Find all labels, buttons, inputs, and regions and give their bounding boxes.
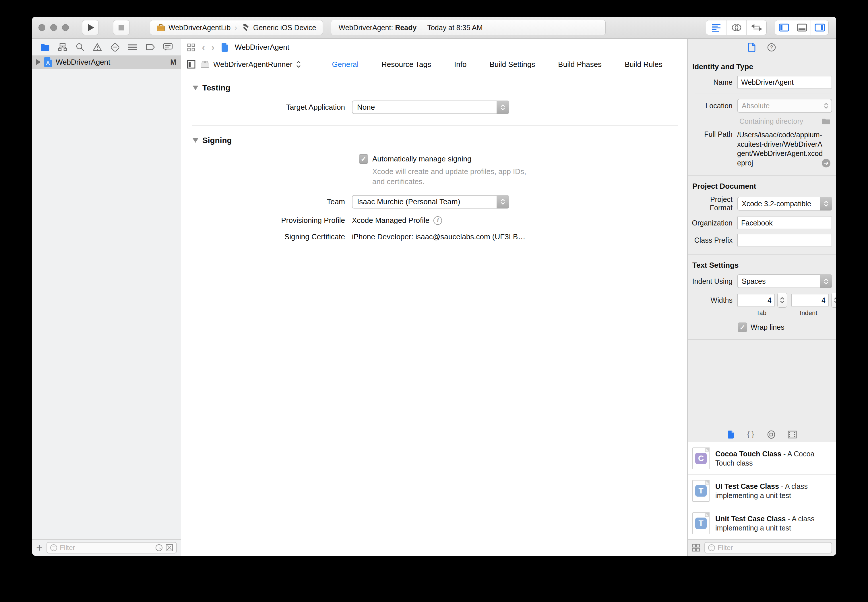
- related-items-icon[interactable]: [187, 43, 196, 52]
- project-format-popup[interactable]: Xcode 3.2-compatible: [737, 197, 832, 210]
- object-library-icon[interactable]: [767, 430, 776, 439]
- disclosure-triangle-icon[interactable]: [36, 59, 41, 65]
- popup-stepper-icon: [497, 101, 509, 114]
- tab-width-field[interactable]: [737, 294, 775, 306]
- svg-text:{ }: { }: [747, 430, 754, 439]
- project-format-label: Project Format: [688, 195, 737, 212]
- list-item[interactable]: T Unit Test Case Class - A class impleme…: [688, 507, 836, 539]
- file-template-library-icon[interactable]: [727, 430, 734, 439]
- editor-tab-bar: WebDriverAgentRunner General Resource Ta…: [181, 56, 687, 73]
- library-filter-input[interactable]: [718, 544, 829, 552]
- template-name: Cocoa Touch Class: [715, 450, 781, 458]
- testing-section-header[interactable]: Testing: [193, 83, 687, 92]
- standard-editor-button[interactable]: [706, 20, 726, 35]
- target-application-popup[interactable]: None: [352, 101, 509, 114]
- target-application-row: Target Application None: [181, 101, 687, 114]
- activity-status: WebDriverAgent: Ready Today at 8:35 AM: [331, 20, 606, 35]
- general-settings-content: Testing Target Application None: [181, 73, 687, 556]
- standard-editor-icon: [711, 23, 721, 32]
- target-application-value: None: [357, 103, 375, 112]
- navigator-filter-input[interactable]: [60, 544, 153, 552]
- provisioning-profile-value: Xcode Managed Profile: [352, 216, 429, 225]
- tab-general[interactable]: General: [332, 60, 359, 69]
- zoom-window-button[interactable]: [62, 24, 69, 31]
- tab-width-stepper[interactable]: [777, 293, 787, 308]
- grid-view-icon[interactable]: [692, 544, 700, 552]
- info-icon[interactable]: i: [433, 216, 442, 225]
- run-button[interactable]: [82, 20, 99, 35]
- tab-build-settings[interactable]: Build Settings: [489, 60, 535, 69]
- source-control-filter-icon[interactable]: [165, 544, 173, 552]
- stop-button[interactable]: [113, 20, 130, 35]
- toggle-inspector-button[interactable]: [811, 20, 828, 35]
- signing-section-header[interactable]: Signing: [193, 136, 687, 145]
- auto-manage-signing-label: Automatically manage signing: [372, 155, 472, 163]
- issue-navigator-icon[interactable]: [92, 43, 102, 51]
- toggle-debug-area-button[interactable]: [793, 20, 811, 35]
- project-row[interactable]: A WebDriverAgent M: [32, 55, 181, 69]
- indent-width-input[interactable]: [791, 296, 825, 304]
- code-snippet-library-icon[interactable]: { }: [746, 430, 755, 439]
- media-library-icon[interactable]: [788, 430, 797, 439]
- name-field[interactable]: [737, 76, 832, 89]
- hide-target-sidebar-icon[interactable]: [187, 60, 196, 69]
- class-prefix-input[interactable]: [741, 236, 828, 244]
- auto-manage-signing-description: Xcode will create and update profiles, a…: [372, 167, 533, 186]
- library-filter-field[interactable]: [704, 542, 832, 553]
- template-name: Unit Test Case Class: [715, 515, 785, 523]
- wrap-lines-checkbox[interactable]: ✓: [738, 322, 747, 332]
- tab-info[interactable]: Info: [454, 60, 467, 69]
- indent-width-field[interactable]: [791, 294, 829, 306]
- tab-resource-tags[interactable]: Resource Tags: [381, 60, 431, 69]
- auto-manage-signing-checkbox[interactable]: ✓: [359, 154, 368, 164]
- back-button[interactable]: ‹: [202, 41, 205, 53]
- list-item[interactable]: C Cocoa Touch Class - A Cocoa Touch clas…: [688, 442, 836, 475]
- version-editor-button[interactable]: [746, 20, 766, 35]
- file-inspector-tab-icon[interactable]: [748, 43, 755, 52]
- close-window-button[interactable]: [38, 24, 45, 31]
- tab-build-rules[interactable]: Build Rules: [625, 60, 663, 69]
- tab-width-input[interactable]: [738, 296, 772, 304]
- indent-using-row: Indent Using Spaces: [688, 274, 832, 288]
- auto-manage-signing-row: ✓ Automatically manage signing: [181, 154, 687, 164]
- recent-files-clock-icon[interactable]: [155, 544, 163, 552]
- assistant-editor-button[interactable]: [726, 20, 746, 35]
- minimize-window-button[interactable]: [50, 24, 57, 31]
- organization-input[interactable]: [741, 219, 828, 227]
- folder-icon[interactable]: [822, 118, 830, 125]
- debug-navigator-icon[interactable]: [128, 43, 138, 51]
- team-popup[interactable]: Isaac Murchie (Personal Team): [352, 195, 509, 209]
- class-prefix-field[interactable]: [737, 234, 832, 246]
- quick-help-tab-icon[interactable]: ?: [767, 43, 776, 52]
- location-popup[interactable]: Absolute: [737, 99, 832, 112]
- source-control-status-badge: M: [170, 58, 176, 66]
- test-navigator-icon[interactable]: [110, 43, 120, 52]
- inspector-panel: ? Identity and Type Name Location Absolu…: [687, 39, 836, 556]
- inspector-section-divider: [688, 175, 836, 175]
- popup-stepper-icon: [497, 195, 509, 209]
- full-path-row: Full Path /Users/isaac/code/appium-xcuit…: [688, 130, 832, 167]
- open-path-arrow-icon[interactable]: ➔: [822, 159, 830, 167]
- destination-name: Generic iOS Device: [253, 23, 316, 32]
- toggle-navigator-button[interactable]: [775, 20, 793, 35]
- forward-button[interactable]: ›: [211, 41, 214, 53]
- name-input[interactable]: [741, 78, 828, 86]
- jumpbar-title[interactable]: WebDriverAgent: [235, 43, 289, 52]
- list-item[interactable]: T UI Test Case Class - A class implement…: [688, 475, 836, 507]
- symbol-navigator-icon[interactable]: [58, 43, 67, 51]
- containing-directory-row: Containing directory: [688, 117, 832, 126]
- indent-width-stepper[interactable]: [831, 293, 836, 308]
- breakpoint-navigator-icon[interactable]: [145, 43, 155, 51]
- template-name: UI Test Case Class: [715, 482, 779, 490]
- target-selector[interactable]: WebDriverAgentRunner: [200, 60, 301, 69]
- indent-using-popup[interactable]: Spaces: [737, 274, 832, 288]
- organization-field[interactable]: [737, 217, 832, 229]
- find-navigator-icon[interactable]: [75, 43, 85, 52]
- scheme-selector[interactable]: WebDriverAgentLib › Generic iOS Device: [150, 20, 323, 35]
- project-navigator-icon[interactable]: [40, 43, 50, 51]
- navigator-filter-field[interactable]: [46, 542, 177, 553]
- scheme-briefcase-icon: [156, 23, 165, 32]
- class-prefix-row: Class Prefix: [688, 234, 832, 246]
- report-navigator-icon[interactable]: [163, 43, 173, 51]
- tab-build-phases[interactable]: Build Phases: [558, 60, 602, 69]
